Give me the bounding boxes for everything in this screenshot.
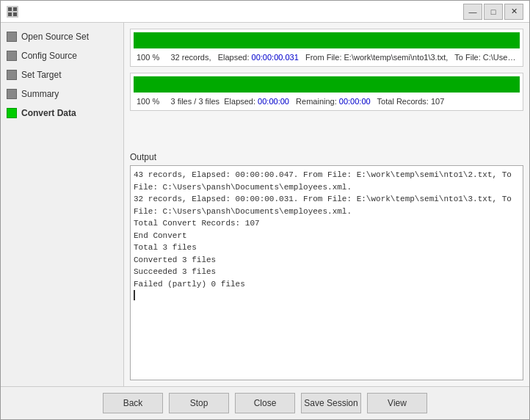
back-button[interactable]: Back — [103, 393, 163, 413]
svg-rect-1 — [13, 7, 17, 11]
main-area: Open Source Set Config Source Set Target… — [1, 23, 529, 386]
view-button[interactable]: View — [367, 393, 427, 413]
sidebar: Open Source Set Config Source Set Target… — [1, 23, 124, 386]
sidebar-item-config-source[interactable]: Config Source — [1, 46, 123, 65]
sidebar-item-convert-data[interactable]: Convert Data — [1, 104, 123, 123]
output-section: Output 43 records, Elapsed: 00:00:00.047… — [130, 152, 523, 380]
progress-section-1: 100 % 32 records, Elapsed: 00:00:00.031 … — [130, 29, 523, 67]
output-line: 43 records, Elapsed: 00:00:00.047. From … — [134, 169, 520, 193]
sidebar-icon-set-target — [7, 70, 17, 80]
progress-elapsed-1: 00:00:00.031 — [252, 53, 299, 62]
output-line: End Convert — [134, 230, 520, 242]
progress-bar-container-2 — [134, 76, 520, 93]
svg-rect-3 — [13, 12, 17, 16]
output-label: Output — [130, 152, 523, 162]
sidebar-label-convert-data: Convert Data — [21, 108, 117, 118]
sidebar-label-open-source-set: Open Source Set — [21, 32, 117, 42]
progress-percent-2: 100 % — [137, 97, 159, 106]
output-line: Failed (partly) 0 files — [134, 278, 520, 291]
button-bar: Back Stop Close Save Session View — [1, 386, 529, 419]
title-bar-left — [7, 6, 18, 18]
content-area: 100 % 32 records, Elapsed: 00:00:00.031 … — [124, 23, 529, 386]
progress-section-2: 100 % 3 files / 3 files Elapsed: 00:00:0… — [130, 73, 523, 111]
output-box[interactable]: 43 records, Elapsed: 00:00:00.047. From … — [130, 165, 523, 380]
progress-info-1: 100 % 32 records, Elapsed: 00:00:00.031 … — [134, 51, 520, 63]
sidebar-icon-summary — [7, 89, 17, 99]
output-line: Converted 3 files — [134, 254, 520, 267]
progress-remaining-2: 00:00:00 — [339, 97, 371, 106]
sidebar-icon-config-source — [7, 51, 17, 61]
title-bar-controls: — □ ✕ — [463, 4, 523, 20]
output-line: 32 records, Elapsed: 00:00:00.031. From … — [134, 193, 520, 217]
progress-elapsed-2: 00:00:00 — [258, 97, 289, 106]
progress-info-2: 100 % 3 files / 3 files Elapsed: 00:00:0… — [134, 95, 520, 107]
sidebar-label-summary: Summary — [21, 89, 117, 99]
progress-percent-1: 100 % — [137, 53, 159, 62]
sidebar-item-set-target[interactable]: Set Target — [1, 65, 123, 84]
output-line: Total Convert Records: 107 — [134, 217, 520, 230]
text-cursor — [134, 290, 135, 300]
sidebar-icon-open-source-set — [7, 32, 17, 42]
sidebar-item-open-source-set[interactable]: Open Source Set — [1, 27, 123, 46]
cursor-line — [134, 290, 520, 300]
svg-rect-2 — [8, 12, 12, 16]
sidebar-item-summary[interactable]: Summary — [1, 84, 123, 104]
maximize-button[interactable]: □ — [484, 4, 503, 20]
title-bar: — □ ✕ — [1, 1, 529, 23]
progress-bar-2 — [134, 76, 520, 93]
minimize-button[interactable]: — — [463, 4, 482, 20]
sidebar-icon-convert-data — [7, 108, 17, 118]
progress-bar-1 — [134, 32, 520, 48]
output-line: Total 3 files — [134, 242, 520, 254]
close-window-button[interactable]: ✕ — [504, 4, 523, 20]
output-line: Succeeded 3 files — [134, 266, 520, 278]
svg-rect-0 — [8, 7, 12, 11]
spacer — [130, 117, 523, 146]
main-window: — □ ✕ Open Source Set Config Source Set … — [0, 0, 530, 420]
stop-button[interactable]: Stop — [169, 393, 229, 413]
save-session-button[interactable]: Save Session — [301, 393, 361, 413]
app-icon — [7, 6, 18, 18]
close-button[interactable]: Close — [235, 393, 295, 413]
sidebar-label-config-source: Config Source — [21, 51, 117, 61]
sidebar-label-set-target: Set Target — [21, 70, 117, 80]
progress-bar-container-1 — [134, 32, 520, 48]
